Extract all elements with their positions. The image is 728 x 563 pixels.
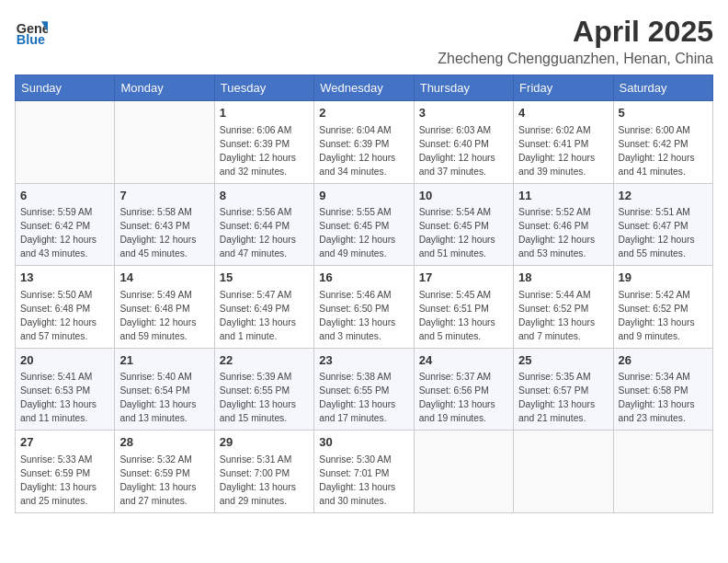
day-number: 8 — [220, 188, 309, 205]
day-info: Sunrise: 5:44 AMSunset: 6:52 PMDaylight:… — [518, 289, 608, 344]
day-info: Sunrise: 5:31 AMSunset: 7:00 PMDaylight:… — [220, 454, 309, 509]
day-info: Sunrise: 5:35 AMSunset: 6:57 PMDaylight:… — [518, 371, 608, 426]
calendar-week-row: 1Sunrise: 6:06 AMSunset: 6:39 PMDaylight… — [16, 101, 713, 184]
calendar-cell: 19Sunrise: 5:42 AMSunset: 6:52 PMDayligh… — [613, 266, 712, 349]
weekday-header: Monday — [115, 75, 214, 101]
calendar-cell — [16, 101, 115, 184]
calendar-cell: 1Sunrise: 6:06 AMSunset: 6:39 PMDaylight… — [214, 101, 313, 184]
logo: General Blue — [15, 15, 48, 48]
day-number: 14 — [119, 270, 209, 287]
day-number: 20 — [20, 352, 109, 370]
day-info: Sunrise: 5:49 AMSunset: 6:48 PMDaylight:… — [119, 289, 209, 344]
day-number: 7 — [119, 188, 209, 205]
day-number: 15 — [220, 270, 309, 287]
day-info: Sunrise: 5:54 AMSunset: 6:45 PMDaylight:… — [419, 206, 508, 261]
day-info: Sunrise: 5:40 AMSunset: 6:54 PMDaylight:… — [119, 371, 209, 426]
day-info: Sunrise: 5:58 AMSunset: 6:43 PMDaylight:… — [119, 206, 209, 261]
day-number: 3 — [419, 105, 508, 122]
calendar-cell — [613, 431, 712, 513]
weekday-header: Wednesday — [314, 75, 414, 101]
calendar-cell: 15Sunrise: 5:47 AMSunset: 6:49 PMDayligh… — [214, 266, 313, 349]
calendar-cell: 5Sunrise: 6:00 AMSunset: 6:42 PMDaylight… — [613, 101, 712, 184]
day-number: 5 — [619, 105, 708, 122]
day-number: 6 — [20, 188, 109, 205]
calendar-table: SundayMondayTuesdayWednesdayThursdayFrid… — [15, 75, 713, 513]
day-number: 24 — [419, 352, 508, 370]
day-info: Sunrise: 5:50 AMSunset: 6:48 PMDaylight:… — [20, 289, 109, 344]
day-info: Sunrise: 5:39 AMSunset: 6:55 PMDaylight:… — [220, 371, 309, 426]
calendar-cell: 22Sunrise: 5:39 AMSunset: 6:55 PMDayligh… — [214, 348, 313, 431]
day-number: 21 — [119, 352, 209, 370]
day-number: 18 — [518, 270, 608, 287]
day-number: 1 — [220, 105, 309, 122]
calendar-cell — [514, 431, 613, 513]
weekday-header: Saturday — [613, 75, 712, 101]
month-title: April 2025 — [438, 15, 713, 49]
day-info: Sunrise: 6:03 AMSunset: 6:40 PMDaylight:… — [419, 124, 508, 179]
calendar-week-row: 6Sunrise: 5:59 AMSunset: 6:42 PMDaylight… — [16, 183, 713, 266]
day-number: 13 — [20, 270, 109, 287]
day-number: 17 — [419, 270, 508, 287]
calendar-week-row: 27Sunrise: 5:33 AMSunset: 6:59 PMDayligh… — [16, 431, 713, 513]
day-number: 28 — [119, 434, 209, 452]
day-info: Sunrise: 6:04 AMSunset: 6:39 PMDaylight:… — [319, 124, 408, 179]
calendar-cell: 8Sunrise: 5:56 AMSunset: 6:44 PMDaylight… — [214, 183, 313, 266]
day-info: Sunrise: 6:02 AMSunset: 6:41 PMDaylight:… — [518, 124, 608, 179]
calendar-cell: 12Sunrise: 5:51 AMSunset: 6:47 PMDayligh… — [613, 183, 712, 266]
day-info: Sunrise: 5:47 AMSunset: 6:49 PMDaylight:… — [220, 289, 309, 344]
day-info: Sunrise: 5:32 AMSunset: 6:59 PMDaylight:… — [119, 454, 209, 509]
day-number: 12 — [619, 188, 708, 205]
day-info: Sunrise: 5:42 AMSunset: 6:52 PMDaylight:… — [619, 289, 708, 344]
day-info: Sunrise: 5:46 AMSunset: 6:50 PMDaylight:… — [319, 289, 408, 344]
calendar-cell — [115, 101, 214, 184]
calendar-cell: 13Sunrise: 5:50 AMSunset: 6:48 PMDayligh… — [16, 266, 115, 349]
day-number: 22 — [220, 352, 309, 370]
calendar-cell: 3Sunrise: 6:03 AMSunset: 6:40 PMDaylight… — [414, 101, 513, 184]
calendar-cell: 27Sunrise: 5:33 AMSunset: 6:59 PMDayligh… — [16, 431, 115, 513]
calendar-cell: 10Sunrise: 5:54 AMSunset: 6:45 PMDayligh… — [414, 183, 513, 266]
calendar-cell: 4Sunrise: 6:02 AMSunset: 6:41 PMDaylight… — [514, 101, 613, 184]
weekday-header: Tuesday — [214, 75, 313, 101]
day-info: Sunrise: 5:52 AMSunset: 6:46 PMDaylight:… — [518, 206, 608, 261]
calendar-cell: 17Sunrise: 5:45 AMSunset: 6:51 PMDayligh… — [414, 266, 513, 349]
day-number: 11 — [518, 188, 608, 205]
calendar-week-row: 20Sunrise: 5:41 AMSunset: 6:53 PMDayligh… — [16, 348, 713, 431]
day-info: Sunrise: 5:34 AMSunset: 6:58 PMDaylight:… — [619, 371, 708, 426]
calendar-cell: 9Sunrise: 5:55 AMSunset: 6:45 PMDaylight… — [314, 183, 414, 266]
location-title: Zhecheng Chengguanzhen, Henan, China — [438, 51, 713, 67]
day-number: 25 — [518, 352, 608, 370]
day-number: 30 — [319, 434, 408, 452]
calendar-cell: 23Sunrise: 5:38 AMSunset: 6:55 PMDayligh… — [314, 348, 414, 431]
page-header: General Blue April 2025 Zhecheng Chenggu… — [15, 15, 713, 67]
day-info: Sunrise: 5:51 AMSunset: 6:47 PMDaylight:… — [619, 206, 708, 261]
day-info: Sunrise: 5:37 AMSunset: 6:56 PMDaylight:… — [419, 371, 508, 426]
calendar-cell: 18Sunrise: 5:44 AMSunset: 6:52 PMDayligh… — [514, 266, 613, 349]
day-info: Sunrise: 6:00 AMSunset: 6:42 PMDaylight:… — [619, 124, 708, 179]
calendar-cell: 7Sunrise: 5:58 AMSunset: 6:43 PMDaylight… — [115, 183, 214, 266]
calendar-cell — [414, 431, 513, 513]
calendar-cell: 21Sunrise: 5:40 AMSunset: 6:54 PMDayligh… — [115, 348, 214, 431]
weekday-header-row: SundayMondayTuesdayWednesdayThursdayFrid… — [16, 75, 713, 101]
day-info: Sunrise: 5:30 AMSunset: 7:01 PMDaylight:… — [319, 454, 408, 509]
weekday-header: Thursday — [414, 75, 513, 101]
calendar-cell: 28Sunrise: 5:32 AMSunset: 6:59 PMDayligh… — [115, 431, 214, 513]
day-info: Sunrise: 5:45 AMSunset: 6:51 PMDaylight:… — [419, 289, 508, 344]
title-block: April 2025 Zhecheng Chengguanzhen, Henan… — [438, 15, 713, 67]
day-info: Sunrise: 5:38 AMSunset: 6:55 PMDaylight:… — [319, 371, 408, 426]
svg-text:Blue: Blue — [17, 32, 45, 47]
day-number: 10 — [419, 188, 508, 205]
calendar-cell: 25Sunrise: 5:35 AMSunset: 6:57 PMDayligh… — [514, 348, 613, 431]
day-number: 2 — [319, 105, 408, 122]
day-info: Sunrise: 5:41 AMSunset: 6:53 PMDaylight:… — [20, 371, 109, 426]
day-number: 29 — [220, 434, 309, 452]
calendar-cell: 14Sunrise: 5:49 AMSunset: 6:48 PMDayligh… — [115, 266, 214, 349]
day-info: Sunrise: 5:55 AMSunset: 6:45 PMDaylight:… — [319, 206, 408, 261]
day-info: Sunrise: 5:56 AMSunset: 6:44 PMDaylight:… — [220, 206, 309, 261]
calendar-cell: 6Sunrise: 5:59 AMSunset: 6:42 PMDaylight… — [16, 183, 115, 266]
day-number: 4 — [518, 105, 608, 122]
day-number: 16 — [319, 270, 408, 287]
day-number: 26 — [619, 352, 708, 370]
day-number: 19 — [619, 270, 708, 287]
calendar-cell: 26Sunrise: 5:34 AMSunset: 6:58 PMDayligh… — [613, 348, 712, 431]
calendar-cell: 30Sunrise: 5:30 AMSunset: 7:01 PMDayligh… — [314, 431, 414, 513]
